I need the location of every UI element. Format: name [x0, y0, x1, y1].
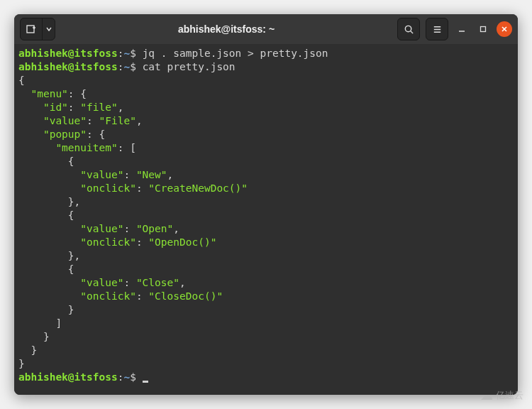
search-button[interactable]	[397, 18, 420, 40]
cloud-icon: ☁	[480, 388, 493, 403]
chevron-down-icon	[46, 26, 52, 32]
new-tab-button[interactable]	[21, 18, 42, 40]
window-controls	[397, 18, 512, 40]
watermark: ☁ 亿速云	[480, 388, 523, 403]
minimize-button[interactable]	[454, 21, 470, 37]
terminal-window: abhishek@itsfoss: ~	[14, 14, 518, 395]
svg-line-4	[410, 31, 412, 33]
new-tab-group	[20, 18, 55, 40]
terminal-body[interactable]: abhishek@itsfoss:~$ jq . sample.json > p…	[14, 44, 518, 395]
window-title: abhishek@itsfoss: ~	[60, 23, 393, 35]
close-icon	[501, 26, 508, 33]
menu-button[interactable]	[426, 18, 448, 40]
hamburger-icon	[432, 24, 443, 35]
new-tab-icon	[26, 23, 37, 35]
minimize-icon	[458, 26, 465, 33]
svg-rect-9	[481, 27, 486, 32]
svg-point-3	[405, 26, 411, 31]
search-icon	[404, 24, 414, 35]
titlebar: abhishek@itsfoss: ~	[14, 14, 518, 44]
maximize-icon	[480, 26, 487, 33]
tab-dropdown-button[interactable]	[42, 18, 55, 40]
watermark-text: 亿速云	[496, 389, 523, 402]
close-button[interactable]	[497, 21, 512, 37]
maximize-button[interactable]	[475, 21, 491, 37]
svg-rect-0	[27, 26, 34, 33]
